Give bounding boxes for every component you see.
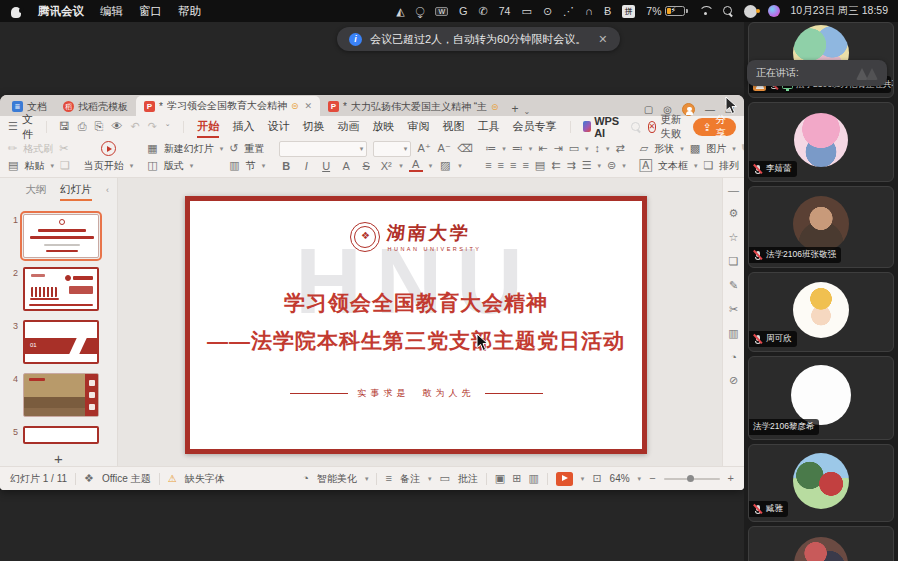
rail-seal-icon[interactable]: ◔ bbox=[730, 351, 737, 363]
columns-icon[interactable]: ⇄ bbox=[616, 143, 625, 154]
color-caret[interactable]: ▾ bbox=[429, 162, 433, 170]
meeting-status-icon[interactable]: ◭ bbox=[396, 6, 404, 17]
menubar-edit[interactable]: 编辑 bbox=[100, 4, 123, 19]
theme-label[interactable]: Office 主题 bbox=[102, 472, 151, 486]
menubar-app-name[interactable]: 腾讯会议 bbox=[38, 4, 84, 19]
paste-icon[interactable]: ▤ bbox=[8, 160, 18, 171]
tab-list-caret[interactable]: ⌄ bbox=[524, 107, 537, 116]
increase-font-icon[interactable]: A⁺ bbox=[417, 142, 431, 155]
align-center-icon[interactable]: ≡ bbox=[498, 160, 504, 171]
layout-caret[interactable]: ▾ bbox=[190, 162, 194, 170]
thumbnail-2-preview[interactable] bbox=[23, 267, 99, 311]
participant-tile[interactable]: 李婧蕾 bbox=[748, 102, 894, 182]
print-icon[interactable]: ⎘ bbox=[95, 120, 104, 133]
picture-label[interactable]: 图片 bbox=[706, 142, 726, 156]
textbox-icon[interactable]: 🄰 bbox=[640, 160, 652, 171]
thumbnail-5[interactable]: 5 bbox=[10, 426, 99, 444]
reset-icon[interactable]: ↺ bbox=[229, 143, 238, 154]
update-failed-status[interactable]: ✕ 更新失败 bbox=[648, 113, 683, 141]
participant-tile[interactable]: 周可欣 bbox=[748, 272, 894, 352]
superscript-button[interactable]: X² bbox=[379, 160, 393, 172]
g-app-icon[interactable]: G bbox=[459, 6, 468, 17]
thumbnail-4-preview[interactable] bbox=[23, 373, 99, 417]
paragraph-icon[interactable]: ☰ bbox=[582, 160, 592, 171]
add-slide-button[interactable]: + bbox=[0, 450, 117, 466]
slide-layout-label[interactable]: 版式 bbox=[164, 159, 184, 173]
thumbnail-1[interactable]: 1 bbox=[10, 214, 99, 258]
increase-indent-icon[interactable]: ⇥ bbox=[553, 143, 562, 154]
battery-indicator[interactable]: 7% bbox=[646, 5, 687, 17]
menubar-clock[interactable]: 10月23日 周三 18:59 bbox=[791, 4, 888, 18]
dots-status-icon[interactable]: ⋰ bbox=[563, 6, 574, 17]
fit-window-icon[interactable]: ⊡ bbox=[592, 473, 601, 484]
font-name-select[interactable]: ▾ bbox=[279, 141, 367, 157]
align-objects-icon[interactable]: ⊜ bbox=[607, 160, 616, 171]
bluetooth-icon[interactable]: Ƀ bbox=[604, 6, 611, 17]
menu-tools[interactable]: 工具 bbox=[475, 119, 501, 134]
save-icon[interactable]: 🖫 bbox=[59, 120, 70, 133]
sup-caret[interactable]: ▾ bbox=[399, 162, 403, 170]
copy-icon[interactable]: ❏ bbox=[60, 160, 70, 171]
highlight-button[interactable]: ▨ bbox=[438, 159, 452, 172]
thumbnail-5-preview[interactable] bbox=[23, 426, 99, 444]
headphones-icon[interactable]: ∩ bbox=[585, 6, 593, 17]
reset-label[interactable]: 重置 bbox=[244, 142, 264, 156]
share-hub-icon[interactable]: ⧬ bbox=[416, 6, 425, 17]
thumbnail-3-preview[interactable]: 01 bbox=[23, 320, 99, 364]
wps-ai-button[interactable]: WPS AI bbox=[583, 115, 622, 139]
menu-start[interactable]: 开始 bbox=[195, 119, 221, 134]
record-icon[interactable]: ⊙ bbox=[543, 6, 552, 17]
menu-view[interactable]: 视图 bbox=[440, 119, 466, 134]
rail-help-icon[interactable]: ⊘ bbox=[729, 374, 738, 387]
distribute-icon[interactable]: ▤ bbox=[535, 160, 545, 171]
text-direction-icon[interactable]: ▭ bbox=[569, 143, 579, 154]
menu-animation[interactable]: 动画 bbox=[335, 119, 361, 134]
rail-collapse-icon[interactable]: — bbox=[728, 184, 739, 196]
share-button[interactable]: ⇪ 分享 bbox=[693, 118, 736, 136]
missing-font-label[interactable]: 缺失字体 bbox=[185, 472, 225, 486]
menu-review[interactable]: 审阅 bbox=[405, 119, 431, 134]
menu-insert[interactable]: 插入 bbox=[230, 119, 256, 134]
shapes-label[interactable]: 形状 bbox=[654, 142, 674, 156]
zoom-slider[interactable] bbox=[664, 478, 720, 480]
wps-status-icon[interactable]: W bbox=[435, 7, 448, 16]
play-from-current-label[interactable]: 当页开始 bbox=[84, 159, 124, 173]
shapes-icon[interactable]: ▱ bbox=[640, 143, 648, 154]
normal-view-icon[interactable]: ▣ bbox=[495, 472, 505, 485]
font-color-button[interactable]: A bbox=[409, 159, 423, 173]
preview-icon[interactable]: 👁 bbox=[111, 120, 122, 133]
new-slide-icon[interactable]: ▦ bbox=[147, 143, 157, 154]
align-right-icon[interactable]: ≡ bbox=[510, 160, 516, 171]
panel-collapse-icon[interactable]: ‹ bbox=[106, 185, 109, 195]
zoom-level[interactable]: 64% bbox=[610, 473, 630, 484]
highlight-caret[interactable]: ▾ bbox=[458, 162, 462, 170]
menu-member[interactable]: 会员专享 bbox=[510, 119, 558, 134]
section-icon[interactable]: ▥ bbox=[229, 160, 239, 171]
strikethrough-button[interactable]: S bbox=[359, 160, 373, 172]
participant-tile[interactable]: 法学2106班张敬强 bbox=[748, 186, 894, 268]
rail-properties-icon[interactable]: ⚙ bbox=[729, 207, 739, 220]
picture-icon[interactable]: ▩ bbox=[690, 143, 700, 154]
rail-cut-icon[interactable]: ✂ bbox=[729, 303, 738, 316]
siri-icon[interactable] bbox=[768, 5, 780, 17]
thumbnail-4[interactable]: 4 bbox=[10, 373, 99, 417]
zoom-in-icon[interactable]: + bbox=[728, 473, 734, 484]
file-menu[interactable]: ☰ 文件 bbox=[8, 112, 34, 142]
textbox-label[interactable]: 文本框 bbox=[658, 159, 688, 173]
wechat-icon[interactable]: ✆ bbox=[479, 6, 488, 17]
menubar-window[interactable]: 窗口 bbox=[139, 4, 162, 19]
undo-icon[interactable]: ↶ bbox=[130, 120, 139, 133]
reading-view-icon[interactable]: ▥ bbox=[528, 472, 538, 485]
user-switch-icon[interactable] bbox=[744, 5, 757, 18]
decrease-font-icon[interactable]: A⁻ bbox=[437, 142, 451, 155]
rail-shapes-icon[interactable]: ❏ bbox=[729, 255, 739, 268]
thumbnail-1-preview[interactable] bbox=[23, 214, 99, 258]
account-avatar[interactable] bbox=[682, 103, 695, 116]
spotlight-icon[interactable] bbox=[723, 6, 733, 16]
history-caret[interactable]: ⌄ bbox=[165, 120, 171, 133]
input-method-badge[interactable]: 拼 bbox=[622, 5, 635, 18]
beautify-label[interactable]: 智能美化 bbox=[317, 472, 357, 486]
new-tab-button[interactable]: + bbox=[507, 102, 524, 116]
new-slide-label[interactable]: 新建幻灯片 bbox=[164, 142, 214, 156]
comments-label[interactable]: 批注 bbox=[458, 472, 478, 486]
